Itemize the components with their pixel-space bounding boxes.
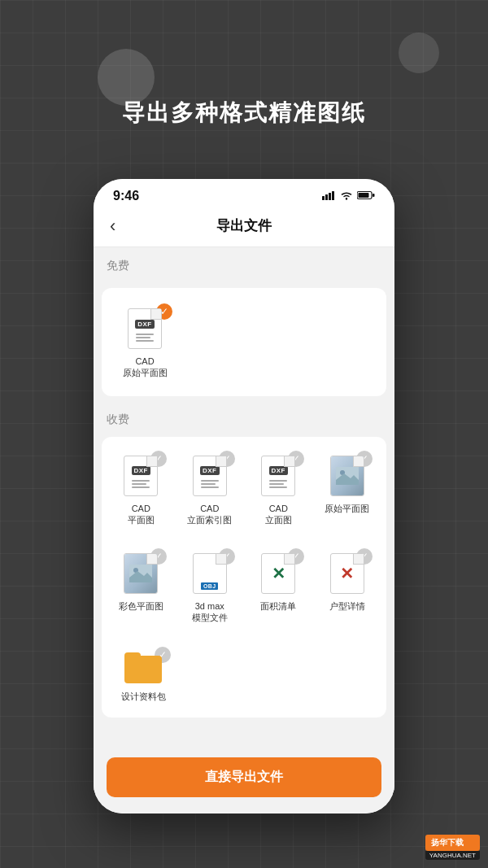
list-item[interactable]: ✓ DXF CAD立面图 — [248, 446, 309, 533]
list-item[interactable]: ✓ DXF CAD立面索引图 — [180, 446, 241, 533]
item-name: CAD立面图 — [265, 503, 292, 526]
app-header: ‹ 导出文件 — [94, 208, 394, 247]
status-time: 9:46 — [113, 189, 139, 203]
xls-x-red-icon: ✕ — [340, 564, 354, 583]
status-icons — [322, 190, 375, 203]
export-button[interactable]: 直接导出文件 — [107, 757, 381, 797]
list-item[interactable]: ✓ DXF CAD原始平面图 — [112, 299, 177, 386]
watermark-url: YANGHUA.NET — [425, 851, 480, 860]
free-section-label: 免费 — [94, 247, 394, 280]
obj-file-icon: OBJ — [190, 552, 229, 595]
list-item[interactable]: ✓ ✕ 面积清单 — [248, 543, 309, 630]
item-name: CAD立面索引图 — [187, 503, 232, 526]
item-name: 面积清单 — [260, 600, 296, 612]
dxf-file-icon: DXF — [125, 307, 164, 351]
paid-section: 收费 ✓ DXF — [94, 401, 394, 718]
status-bar: 9:46 — [94, 179, 394, 208]
list-item[interactable]: ✓ ✕ 户型详情 — [317, 543, 378, 630]
item-name: CAD平面图 — [128, 503, 155, 526]
item-name: 户型详情 — [329, 600, 365, 612]
folder-icon — [123, 650, 163, 686]
list-item[interactable]: ✓ DXF CAD平面图 — [111, 446, 172, 533]
item-name: 彩色平面图 — [119, 600, 163, 612]
dxf-file-icon: DXF — [259, 454, 298, 498]
img-file-icon — [121, 552, 160, 595]
app-title: 导出文件 — [216, 216, 272, 235]
watermark: 扬华下载 YANGHUA.NET — [425, 835, 480, 860]
back-button[interactable]: ‹ — [110, 216, 115, 237]
wifi-icon — [340, 190, 353, 203]
item-name: 设计资料包 — [121, 691, 166, 702]
phone-mockup: 9:46 — [94, 179, 394, 813]
list-item[interactable]: ✓ OBJ 3d max模型文件 — [180, 543, 241, 630]
free-section: 免费 ✓ DXF — [94, 247, 394, 396]
xls-file-icon: ✕ — [259, 552, 298, 595]
list-item[interactable]: ✓ — [111, 543, 172, 630]
watermark-site: 扬华下载 — [425, 835, 480, 851]
svg-rect-3 — [332, 191, 334, 200]
xls-red-file-icon: ✕ — [328, 552, 367, 595]
list-item[interactable]: ✓ — [317, 446, 378, 533]
img-file-icon — [328, 454, 367, 498]
app-content[interactable]: 免费 ✓ DXF — [94, 247, 394, 792]
svg-rect-0 — [322, 196, 325, 200]
signal-icon — [322, 190, 336, 203]
item-name: 原始平面图 — [325, 503, 369, 514]
dxf-file-icon: DXF — [190, 454, 229, 498]
battery-icon — [357, 190, 375, 203]
svg-rect-7 — [373, 194, 375, 197]
page-header-title: 导出多种格式精准图纸 — [0, 98, 488, 129]
paid-items-container: ✓ DXF CAD平面图 — [102, 437, 386, 718]
svg-rect-2 — [329, 193, 331, 200]
paid-section-label: 收费 — [94, 401, 394, 434]
bottom-action-bar: 直接导出文件 — [94, 748, 394, 813]
xls-x-icon: ✕ — [272, 564, 285, 583]
svg-rect-1 — [325, 194, 328, 200]
free-items-container: ✓ DXF CAD原始平面图 — [102, 288, 386, 396]
svg-rect-6 — [359, 193, 369, 198]
svg-point-4 — [346, 198, 347, 199]
item-name: CAD原始平面图 — [123, 355, 168, 379]
dxf-file-icon: DXF — [121, 454, 160, 498]
item-name: 3d max模型文件 — [192, 600, 228, 624]
decorative-bubble-2 — [399, 33, 439, 73]
list-item[interactable]: ✓ 设计资料包 — [111, 642, 176, 709]
